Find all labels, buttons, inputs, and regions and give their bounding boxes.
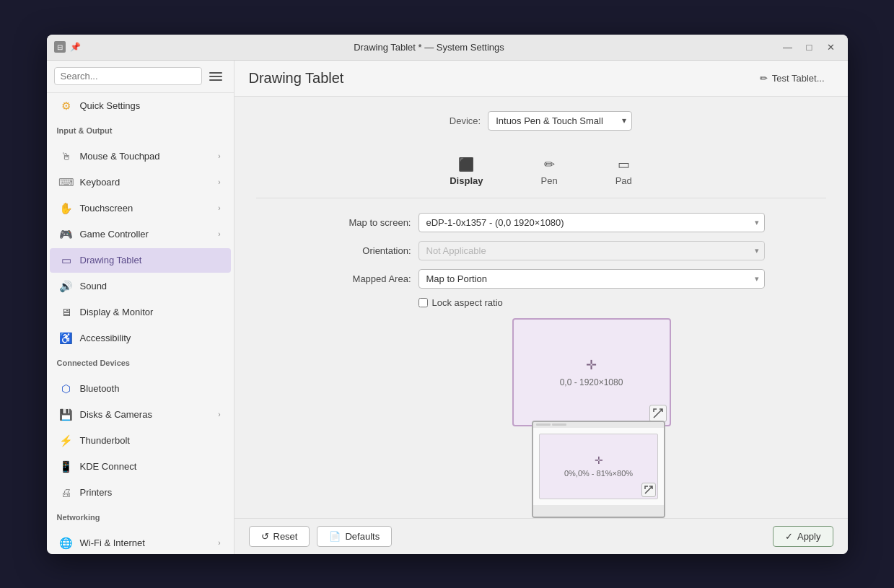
minimize-button[interactable]: —: [779, 39, 797, 55]
content-area: Drawing Tablet ✏ Test Tablet... Device: …: [235, 61, 848, 554]
device-select[interactable]: Intuos Pen & Touch Small: [488, 111, 632, 131]
lock-aspect-label: Lock aspect ratio: [432, 297, 503, 308]
sidebar-item-display[interactable]: 🖥 Display & Monitor: [50, 300, 231, 325]
sidebar-item-label: KDE Connect: [80, 461, 221, 472]
device-row: Device: Intuos Pen & Touch Small: [256, 111, 826, 131]
disk-icon: 💾: [60, 408, 73, 421]
sidebar-item-accessibility[interactable]: ♿ Accessibility: [50, 326, 231, 351]
lock-aspect-checkbox[interactable]: [418, 298, 428, 307]
drawing-tablet-icon: ▭: [60, 254, 73, 267]
content-header: Drawing Tablet ✏ Test Tablet...: [235, 61, 848, 97]
sidebar-item-label: Sound: [80, 281, 221, 291]
maximize-button[interactable]: □: [800, 39, 819, 55]
touchscreen-icon: ✋: [60, 202, 73, 215]
accessibility-icon: ♿: [60, 332, 73, 345]
orientation-label: Orientation:: [317, 245, 411, 256]
tab-pad[interactable]: ▭ Pad: [601, 152, 647, 190]
sidebar-item-wifi[interactable]: 🌐 Wi-Fi & Internet ›: [50, 531, 231, 554]
sidebar-item-touchscreen[interactable]: ✋ Touchscreen ›: [50, 196, 231, 221]
mapped-area-row: Mapped Area: Map to Portion: [317, 269, 765, 289]
map-to-screen-label: Map to screen:: [317, 217, 411, 228]
apply-icon: ✓: [785, 531, 793, 542]
map-to-screen-control: eDP-1-0x1357 - (0,0 1920×1080): [418, 213, 765, 232]
mapped-area-label: Mapped Area:: [317, 273, 411, 284]
settings-form: Map to screen: eDP-1-0x1357 - (0,0 1920×…: [317, 213, 765, 518]
sidebar-item-drawing-tablet[interactable]: ▭ Drawing Tablet: [50, 248, 231, 273]
sidebar: ⚙ Quick Settings Input & Output 🖱 Mouse …: [47, 61, 235, 554]
tab-display[interactable]: ⬛ Display: [435, 152, 497, 190]
bottom-bar: ↺ Reset 📄 Defaults ✓ Apply: [235, 518, 848, 554]
move-icon: ✛: [586, 357, 597, 373]
screen-rect: ✛ 0,0 - 1920×1080: [512, 318, 671, 426]
main-layout: ⚙ Quick Settings Input & Output 🖱 Mouse …: [47, 61, 848, 554]
tab-pen[interactable]: ✏ Pen: [526, 152, 571, 190]
device-label: Device:: [450, 115, 481, 126]
sidebar-item-label: Keyboard: [80, 177, 211, 188]
bottom-left: ↺ Reset 📄 Defaults: [249, 526, 393, 547]
hamburger-button[interactable]: [206, 66, 227, 87]
bluetooth-icon: ⬡: [60, 382, 73, 395]
portion-resize-button[interactable]: [641, 483, 656, 497]
sidebar-item-printers[interactable]: 🖨 Printers: [50, 481, 231, 505]
search-input[interactable]: [54, 67, 202, 85]
mapped-area-select[interactable]: Map to Portion: [418, 269, 765, 289]
chevron-right-icon: ›: [218, 230, 220, 238]
kde-connect-icon: 📱: [60, 460, 73, 473]
sidebar-item-label: Thunderbolt: [80, 435, 221, 446]
sidebar-item-keyboard[interactable]: ⌨ Keyboard ›: [50, 170, 231, 195]
sidebar-item-game-controller[interactable]: 🎮 Game Controller ›: [50, 222, 231, 247]
sound-icon: 🔊: [60, 280, 73, 293]
sidebar-item-label: Disks & Cameras: [80, 409, 211, 420]
game-controller-icon: 🎮: [60, 228, 73, 241]
quick-settings-icon: ⚙: [60, 100, 73, 113]
pad-tab-icon: ▭: [618, 157, 630, 172]
sidebar-item-label: Drawing Tablet: [80, 255, 221, 266]
orientation-row: Orientation: Not Applicable: [317, 241, 765, 260]
chevron-right-icon: ›: [218, 539, 220, 547]
map-to-screen-select[interactable]: eDP-1-0x1357 - (0,0 1920×1080): [418, 213, 765, 232]
orientation-control: Not Applicable: [418, 241, 765, 260]
tablet-frame-bottom: [533, 505, 664, 517]
screen-label: 0,0 - 1920×1080: [560, 377, 623, 387]
test-tablet-button[interactable]: ✏ Test Tablet...: [751, 69, 833, 87]
sidebar-item-kde-connect[interactable]: 📱 KDE Connect: [50, 455, 231, 479]
thunderbolt-icon: ⚡: [60, 434, 73, 447]
test-tablet-label: Test Tablet...: [772, 73, 825, 84]
chevron-right-icon: ›: [218, 204, 220, 212]
titlebar: ⊟ 📌 Drawing Tablet * — System Settings —…: [47, 35, 848, 61]
tab-bar: ⬛ Display ✏ Pen ▭ Pad: [256, 145, 826, 198]
window-controls: — □ ✕: [779, 39, 841, 55]
printers-icon: 🖨: [60, 486, 73, 499]
defaults-button[interactable]: 📄 Defaults: [317, 526, 392, 547]
sidebar-item-label: Mouse & Touchpad: [80, 151, 211, 162]
apply-button[interactable]: ✓ Apply: [773, 526, 833, 547]
close-button[interactable]: ✕: [822, 39, 841, 55]
sidebar-item-label: Wi-Fi & Internet: [80, 537, 211, 548]
sidebar-item-label: Touchscreen: [80, 203, 211, 214]
tablet-frame-inner: ✛ 0%,0% - 81%×80%: [539, 434, 658, 499]
portion-label: 0%,0% - 81%×80%: [564, 469, 633, 478]
sidebar-item-thunderbolt[interactable]: ⚡ Thunderbolt: [50, 429, 231, 453]
sidebar-item-label: Accessibility: [80, 333, 221, 343]
tablet-frame-top: [533, 422, 664, 428]
titlebar-left: ⊟ 📌: [54, 41, 80, 53]
sidebar-item-label: Game Controller: [80, 229, 211, 240]
window-title: Drawing Tablet * — System Settings: [80, 42, 779, 53]
reset-icon: ↺: [261, 531, 269, 542]
sidebar-item-quick-settings[interactable]: ⚙ Quick Settings: [50, 94, 231, 118]
mapped-area-control: Map to Portion: [418, 269, 765, 289]
reset-button[interactable]: ↺ Reset: [249, 526, 310, 547]
pad-tab-label: Pad: [615, 175, 632, 186]
screen-resize-button[interactable]: [649, 405, 667, 422]
tablet-frame: ✛ 0%,0% - 81%×80%: [532, 421, 665, 518]
sidebar-item-bluetooth[interactable]: ⬡ Bluetooth: [50, 377, 231, 401]
sidebar-item-label: Bluetooth: [80, 383, 221, 394]
chevron-right-icon: ›: [218, 152, 220, 160]
sidebar-item-disks[interactable]: 💾 Disks & Cameras ›: [50, 403, 231, 427]
orientation-select[interactable]: Not Applicable: [418, 241, 765, 260]
chevron-right-icon: ›: [218, 411, 220, 418]
sidebar-item-label: Quick Settings: [80, 100, 221, 111]
sidebar-item-mouse[interactable]: 🖱 Mouse & Touchpad ›: [50, 144, 231, 169]
sidebar-item-sound[interactable]: 🔊 Sound: [50, 274, 231, 299]
keyboard-icon: ⌨: [60, 176, 73, 189]
